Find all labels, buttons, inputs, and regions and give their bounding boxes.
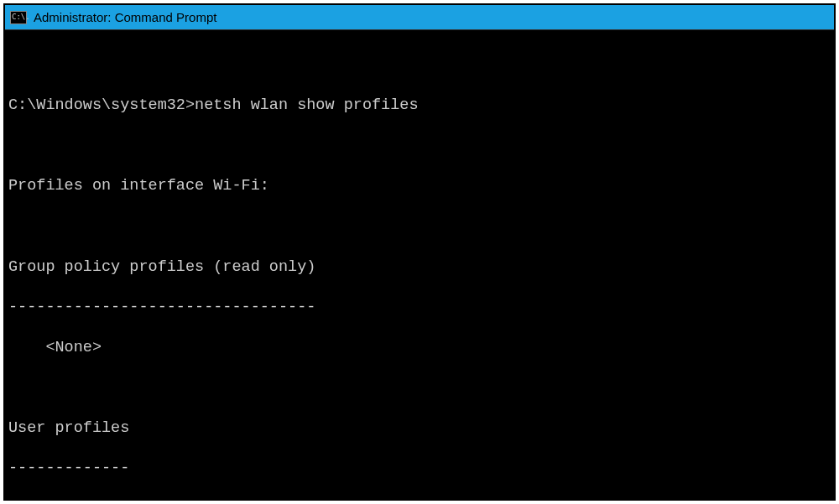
command-prompt-window: C:\. Administrator: Command Prompt C:\Wi…: [3, 3, 836, 501]
separator-line: -------------: [8, 459, 831, 479]
blank-line: [8, 216, 831, 236]
command-text: netsh wlan show profiles: [195, 96, 418, 114]
group-policy-header: Group policy profiles (read only): [8, 257, 831, 278]
blank-line: [8, 378, 831, 398]
separator-line: ---------------------------------: [8, 298, 831, 318]
titlebar[interactable]: C:\. Administrator: Command Prompt: [5, 5, 834, 30]
command-line: C:\Windows\system32>netsh wlan show prof…: [8, 96, 831, 116]
interface-header: Profiles on interface Wi-Fi:: [8, 176, 831, 196]
window-title: Administrator: Command Prompt: [34, 10, 216, 24]
user-profiles-header: User profiles: [8, 418, 831, 439]
blank-line: [8, 55, 831, 75]
prompt-path: C:\Windows\system32>: [8, 96, 195, 114]
blank-line: [8, 136, 831, 156]
cmd-icon: C:\.: [10, 11, 27, 24]
none-line: <None>: [8, 338, 831, 358]
terminal-output[interactable]: C:\Windows\system32>netsh wlan show prof…: [5, 30, 834, 499]
